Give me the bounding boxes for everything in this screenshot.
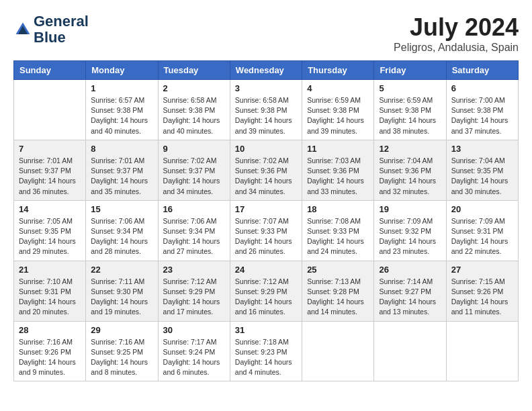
title-area: July 2024 Peligros, Andalusia, Spain — [394, 13, 519, 54]
calendar-header: SundayMondayTuesdayWednesdayThursdayFrid… — [14, 61, 519, 80]
day-number: 4 — [307, 83, 369, 93]
day-number: 2 — [163, 83, 225, 93]
calendar-cell: 9Sunrise: 7:02 AMSunset: 9:37 PMDaylight… — [158, 140, 230, 200]
day-number: 20 — [451, 204, 513, 214]
day-number: 5 — [379, 83, 441, 93]
day-number: 12 — [379, 144, 441, 154]
day-number: 24 — [235, 265, 297, 275]
header-day-tuesday: Tuesday — [158, 61, 230, 80]
day-number: 18 — [307, 204, 369, 214]
day-number: 13 — [451, 144, 513, 154]
cell-info: Sunrise: 7:06 AMSunset: 9:34 PMDaylight:… — [163, 216, 225, 257]
calendar-cell: 28Sunrise: 7:16 AMSunset: 9:26 PMDayligh… — [14, 321, 86, 381]
day-number: 31 — [235, 325, 297, 335]
day-number: 10 — [235, 144, 297, 154]
header-row: SundayMondayTuesdayWednesdayThursdayFrid… — [14, 61, 519, 80]
calendar-cell: 5Sunrise: 6:59 AMSunset: 9:38 PMDaylight… — [374, 80, 446, 140]
calendar-cell: 23Sunrise: 7:12 AMSunset: 9:29 PMDayligh… — [158, 261, 230, 321]
calendar-cell: 10Sunrise: 7:02 AMSunset: 9:36 PMDayligh… — [230, 140, 302, 200]
calendar-cell — [14, 80, 86, 140]
calendar-body: 1Sunrise: 6:57 AMSunset: 9:38 PMDaylight… — [14, 80, 519, 381]
calendar-cell: 29Sunrise: 7:16 AMSunset: 9:25 PMDayligh… — [86, 321, 158, 381]
header-day-wednesday: Wednesday — [230, 61, 302, 80]
calendar-cell — [374, 321, 446, 381]
day-number: 29 — [91, 325, 152, 335]
header: General Blue July 2024 Peligros, Andalus… — [13, 13, 519, 54]
day-number: 30 — [163, 325, 225, 335]
calendar-cell: 12Sunrise: 7:04 AMSunset: 9:36 PMDayligh… — [374, 140, 446, 200]
cell-info: Sunrise: 7:08 AMSunset: 9:33 PMDaylight:… — [307, 216, 369, 257]
calendar-cell: 25Sunrise: 7:13 AMSunset: 9:28 PMDayligh… — [302, 261, 374, 321]
calendar-cell: 22Sunrise: 7:11 AMSunset: 9:30 PMDayligh… — [86, 261, 158, 321]
cell-info: Sunrise: 6:58 AMSunset: 9:38 PMDaylight:… — [163, 95, 225, 136]
day-number: 7 — [19, 144, 81, 154]
cell-info: Sunrise: 7:05 AMSunset: 9:35 PMDaylight:… — [19, 216, 81, 257]
calendar-cell: 31Sunrise: 7:18 AMSunset: 9:23 PMDayligh… — [230, 321, 302, 381]
cell-info: Sunrise: 7:15 AMSunset: 9:26 PMDaylight:… — [451, 277, 513, 318]
calendar-cell: 11Sunrise: 7:03 AMSunset: 9:36 PMDayligh… — [302, 140, 374, 200]
day-number: 8 — [91, 144, 152, 154]
header-day-friday: Friday — [374, 61, 446, 80]
calendar-cell: 4Sunrise: 6:59 AMSunset: 9:38 PMDaylight… — [302, 80, 374, 140]
day-number: 16 — [163, 204, 225, 214]
calendar-cell: 2Sunrise: 6:58 AMSunset: 9:38 PMDaylight… — [158, 80, 230, 140]
cell-info: Sunrise: 7:07 AMSunset: 9:33 PMDaylight:… — [235, 216, 297, 257]
logo-icon — [13, 20, 32, 39]
day-number: 17 — [235, 204, 297, 214]
logo-text: General Blue — [34, 13, 89, 46]
main-title: July 2024 — [394, 13, 519, 42]
cell-info: Sunrise: 7:10 AMSunset: 9:31 PMDaylight:… — [19, 277, 81, 318]
cell-info: Sunrise: 7:16 AMSunset: 9:26 PMDaylight:… — [19, 337, 81, 378]
day-number: 22 — [91, 265, 152, 275]
calendar-cell: 24Sunrise: 7:12 AMSunset: 9:29 PMDayligh… — [230, 261, 302, 321]
header-day-monday: Monday — [86, 61, 158, 80]
cell-info: Sunrise: 7:18 AMSunset: 9:23 PMDaylight:… — [235, 337, 297, 378]
calendar-cell — [302, 321, 374, 381]
day-number: 1 — [91, 83, 152, 93]
calendar-cell: 18Sunrise: 7:08 AMSunset: 9:33 PMDayligh… — [302, 200, 374, 261]
cell-info: Sunrise: 7:14 AMSunset: 9:27 PMDaylight:… — [379, 277, 441, 318]
cell-info: Sunrise: 6:59 AMSunset: 9:38 PMDaylight:… — [379, 95, 441, 136]
calendar-table: SundayMondayTuesdayWednesdayThursdayFrid… — [13, 60, 519, 381]
calendar-week-3: 14Sunrise: 7:05 AMSunset: 9:35 PMDayligh… — [14, 200, 519, 261]
day-number: 26 — [379, 265, 441, 275]
day-number: 9 — [163, 144, 225, 154]
day-number: 6 — [451, 83, 513, 93]
calendar-cell: 19Sunrise: 7:09 AMSunset: 9:32 PMDayligh… — [374, 200, 446, 261]
cell-info: Sunrise: 7:09 AMSunset: 9:31 PMDaylight:… — [451, 216, 513, 257]
cell-info: Sunrise: 6:59 AMSunset: 9:38 PMDaylight:… — [307, 95, 369, 136]
calendar-cell: 30Sunrise: 7:17 AMSunset: 9:24 PMDayligh… — [158, 321, 230, 381]
calendar-cell: 6Sunrise: 7:00 AMSunset: 9:38 PMDaylight… — [446, 80, 518, 140]
cell-info: Sunrise: 7:04 AMSunset: 9:35 PMDaylight:… — [451, 156, 513, 197]
calendar-cell: 3Sunrise: 6:58 AMSunset: 9:38 PMDaylight… — [230, 80, 302, 140]
calendar-cell: 15Sunrise: 7:06 AMSunset: 9:34 PMDayligh… — [86, 200, 158, 261]
calendar-week-4: 21Sunrise: 7:10 AMSunset: 9:31 PMDayligh… — [14, 261, 519, 321]
calendar-cell: 26Sunrise: 7:14 AMSunset: 9:27 PMDayligh… — [374, 261, 446, 321]
cell-info: Sunrise: 6:57 AMSunset: 9:38 PMDaylight:… — [91, 95, 152, 136]
cell-info: Sunrise: 7:03 AMSunset: 9:36 PMDaylight:… — [307, 156, 369, 197]
cell-info: Sunrise: 7:01 AMSunset: 9:37 PMDaylight:… — [19, 156, 81, 197]
cell-info: Sunrise: 7:16 AMSunset: 9:25 PMDaylight:… — [91, 337, 152, 378]
header-day-saturday: Saturday — [446, 61, 518, 80]
day-number: 3 — [235, 83, 297, 93]
cell-info: Sunrise: 7:12 AMSunset: 9:29 PMDaylight:… — [235, 277, 297, 318]
cell-info: Sunrise: 7:17 AMSunset: 9:24 PMDaylight:… — [163, 337, 225, 378]
calendar-cell: 8Sunrise: 7:01 AMSunset: 9:37 PMDaylight… — [86, 140, 158, 200]
calendar-week-5: 28Sunrise: 7:16 AMSunset: 9:26 PMDayligh… — [14, 321, 519, 381]
logo: General Blue — [13, 13, 89, 46]
calendar-week-1: 1Sunrise: 6:57 AMSunset: 9:38 PMDaylight… — [14, 80, 519, 140]
calendar-cell: 17Sunrise: 7:07 AMSunset: 9:33 PMDayligh… — [230, 200, 302, 261]
cell-info: Sunrise: 7:01 AMSunset: 9:37 PMDaylight:… — [91, 156, 152, 197]
day-number: 14 — [19, 204, 81, 214]
day-number: 19 — [379, 204, 441, 214]
day-number: 25 — [307, 265, 369, 275]
calendar-cell: 14Sunrise: 7:05 AMSunset: 9:35 PMDayligh… — [14, 200, 86, 261]
cell-info: Sunrise: 7:12 AMSunset: 9:29 PMDaylight:… — [163, 277, 225, 318]
cell-info: Sunrise: 7:13 AMSunset: 9:28 PMDaylight:… — [307, 277, 369, 318]
day-number: 28 — [19, 325, 81, 335]
calendar-cell: 1Sunrise: 6:57 AMSunset: 9:38 PMDaylight… — [86, 80, 158, 140]
cell-info: Sunrise: 7:09 AMSunset: 9:32 PMDaylight:… — [379, 216, 441, 257]
cell-info: Sunrise: 7:11 AMSunset: 9:30 PMDaylight:… — [91, 277, 152, 318]
calendar-week-2: 7Sunrise: 7:01 AMSunset: 9:37 PMDaylight… — [14, 140, 519, 200]
cell-info: Sunrise: 7:02 AMSunset: 9:37 PMDaylight:… — [163, 156, 225, 197]
